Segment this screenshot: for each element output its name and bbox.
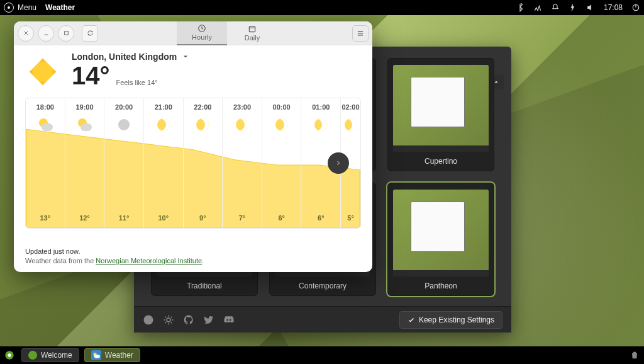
- weather-footer: Updated just now. Weather data from the …: [25, 247, 361, 264]
- svg-point-3: [167, 318, 170, 322]
- layout-card-pantheon[interactable]: Pantheon: [387, 183, 494, 296]
- updated-label: Updated just now.: [25, 247, 361, 255]
- power-icon[interactable]: [631, 3, 640, 12]
- chevron-down-icon: [182, 53, 189, 60]
- feels-like: Feels like 14°: [116, 79, 158, 86]
- bottom-panel: Welcome Weather: [0, 346, 644, 364]
- hour-time: 22:00: [194, 103, 211, 111]
- hour-time: 20:00: [115, 103, 133, 111]
- settings-icon[interactable]: [163, 314, 174, 326]
- current-conditions: London, United Kingdom 14° Feels like 14…: [14, 45, 372, 94]
- top-panel: Menu Weather 17:08: [0, 0, 644, 15]
- svg-rect-4: [64, 31, 68, 35]
- hourly-forecast[interactable]: 18:0013°19:0012°20:0011°21:0010°22:009°2…: [25, 98, 361, 229]
- hour-column: 21:0010°: [144, 98, 184, 228]
- svg-rect-6: [249, 26, 255, 32]
- weather-titlebar: Hourly Daily: [14, 21, 372, 45]
- layout-card-cupertino[interactable]: Cupertino: [387, 58, 494, 171]
- hour-time: 23:00: [233, 103, 251, 111]
- hour-temp: 5°: [184, 214, 361, 222]
- ubuntu-mate-icon[interactable]: [143, 314, 154, 326]
- discord-icon[interactable]: [223, 314, 235, 326]
- clock[interactable]: 17:08: [604, 3, 623, 12]
- hour-time: 19:00: [75, 103, 93, 111]
- menu-button[interactable]: Menu: [18, 3, 36, 12]
- system-tray: 17:08: [516, 3, 640, 12]
- hour-column: 00:006°: [262, 98, 302, 228]
- layout-thumbnail: [393, 190, 488, 276]
- hour-time: 00:00: [273, 103, 291, 111]
- tab-daily[interactable]: Daily: [227, 21, 277, 45]
- keep-existing-settings-button[interactable]: Keep Existing Settings: [399, 311, 502, 329]
- network-icon[interactable]: [533, 3, 542, 12]
- welcome-footer: Keep Existing Settings: [134, 306, 511, 333]
- current-temp: 14°: [72, 62, 110, 90]
- github-icon[interactable]: [183, 314, 194, 326]
- layout-caption: Cupertino: [425, 152, 457, 171]
- attribution: Weather data from the Norwegian Meteorol…: [25, 257, 361, 264]
- taskbar-item-welcome[interactable]: Welcome: [21, 348, 79, 362]
- maximize-button[interactable]: [58, 25, 74, 42]
- hour-time: 18:00: [36, 103, 54, 111]
- trash-icon[interactable]: [628, 348, 641, 362]
- hour-column: 22:009°: [184, 98, 223, 228]
- weather-app-icon: [91, 350, 101, 360]
- tab-hourly[interactable]: Hourly: [177, 21, 227, 45]
- bluetooth-icon[interactable]: [516, 3, 525, 12]
- svg-point-11: [94, 355, 99, 358]
- close-button[interactable]: [18, 25, 34, 42]
- layout-thumbnail: [393, 65, 488, 152]
- hour-column: 19:0012°: [65, 98, 105, 228]
- battery-icon[interactable]: [569, 3, 577, 12]
- svg-point-8: [8, 353, 11, 356]
- active-app-label[interactable]: Weather: [45, 3, 75, 12]
- hour-time: 21:00: [155, 103, 172, 111]
- sun-icon: [25, 54, 60, 89]
- hour-time: 01:00: [312, 103, 330, 111]
- hamburger-menu-button[interactable]: [352, 25, 369, 42]
- ubuntu-logo-icon[interactable]: [4, 3, 14, 13]
- hour-column: 23:007°: [223, 98, 262, 228]
- volume-icon[interactable]: [586, 3, 595, 12]
- twitter-icon[interactable]: [203, 314, 214, 326]
- notifications-icon[interactable]: [551, 3, 560, 12]
- hour-time: 02:00: [341, 103, 359, 111]
- welcome-app-icon: [28, 351, 37, 360]
- location-selector[interactable]: London, United Kingdom: [72, 52, 189, 62]
- weather-window: Hourly Daily London, United Kingdom 14° …: [14, 21, 372, 272]
- show-desktop-button[interactable]: [3, 348, 16, 362]
- hour-column: 18:0013°: [26, 98, 65, 228]
- refresh-button[interactable]: [82, 25, 98, 42]
- layout-caption: Contemporary: [299, 276, 347, 295]
- layout-caption: Traditional: [187, 276, 222, 295]
- attribution-link[interactable]: Norwegian Meteorological Institute: [96, 257, 202, 264]
- taskbar-item-weather[interactable]: Weather: [84, 348, 140, 362]
- scroll-right-button[interactable]: [328, 152, 349, 174]
- hour-column: 20:0011°: [104, 98, 144, 228]
- layout-caption: Pantheon: [425, 276, 457, 295]
- minimize-button[interactable]: [38, 25, 54, 42]
- svg-point-2: [144, 315, 153, 324]
